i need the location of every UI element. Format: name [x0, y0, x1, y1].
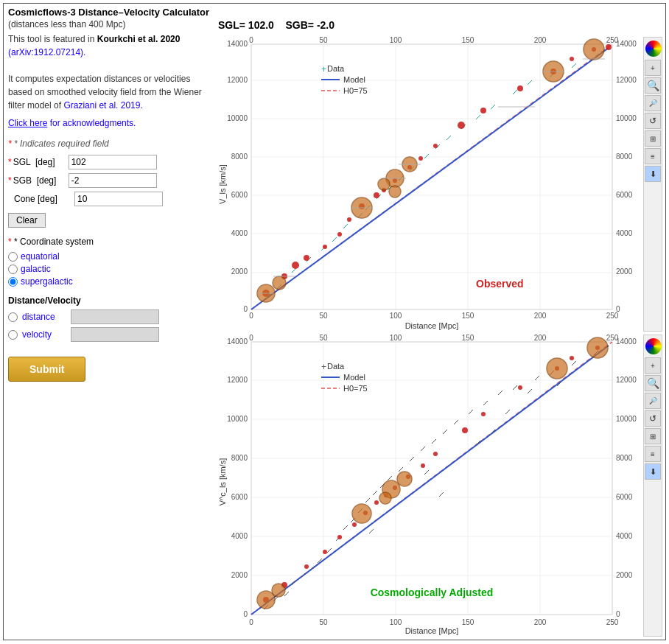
coord-radio-group: equatorial galactic supergalactic	[8, 251, 212, 287]
sgb-asterisk: *	[8, 175, 12, 186]
svg-text:0: 0	[616, 610, 620, 618]
svg-point-206	[304, 564, 309, 569]
distance-label[interactable]: distance	[22, 312, 66, 322]
svg-text:0: 0	[616, 305, 620, 313]
sgl-input[interactable]	[69, 155, 157, 169]
radio-supergalactic-label[interactable]: supergalactic	[8, 276, 212, 287]
svg-text:0: 0	[243, 610, 248, 618]
radio-equatorial-label[interactable]: equatorial	[8, 251, 212, 262]
svg-point-87	[458, 122, 465, 129]
svg-point-216	[433, 452, 438, 456]
clear-button[interactable]: Clear	[8, 213, 46, 228]
svg-point-86	[433, 144, 438, 148]
info2-button[interactable]: ≡	[645, 446, 661, 462]
table2-button[interactable]: ⊞	[645, 428, 661, 444]
svg-text:4000: 4000	[616, 532, 633, 540]
zoom-out-button[interactable]: 🔍	[645, 77, 661, 94]
distance-input[interactable]	[71, 309, 159, 324]
svg-text:6000: 6000	[231, 191, 248, 199]
radio-equatorial[interactable]	[8, 252, 18, 262]
velocity-input[interactable]	[71, 327, 159, 342]
pan2-button[interactable]: 🔎	[645, 393, 661, 409]
svg-text:14000: 14000	[227, 40, 248, 48]
dv-section: Distance/Velocity distance velocity	[8, 295, 212, 342]
radio-distance[interactable]	[8, 312, 18, 322]
zoom-out2-button[interactable]: 🔍	[645, 375, 661, 391]
svg-text:10000: 10000	[616, 415, 637, 423]
svg-text:150: 150	[462, 335, 474, 342]
svg-text:12000: 12000	[616, 376, 637, 384]
svg-text:200: 200	[534, 335, 547, 342]
svg-point-208	[337, 535, 342, 539]
arxiv-link[interactable]: (arXiv:1912.07214).	[8, 47, 85, 57]
svg-point-223	[257, 591, 275, 609]
velocity-label[interactable]: velocity	[22, 329, 66, 340]
svg-text:8000: 8000	[616, 454, 633, 462]
svg-text:100: 100	[390, 618, 402, 626]
color-wheel-icon[interactable]	[645, 41, 662, 57]
download2-button[interactable]: ⬇	[645, 463, 661, 480]
svg-text:10000: 10000	[227, 114, 248, 122]
svg-text:50: 50	[319, 37, 328, 44]
app-title: Cosmicflows-3 Distance–Velocity Calculat…	[8, 7, 661, 18]
svg-text:8000: 8000	[231, 454, 248, 462]
svg-text:6000: 6000	[616, 191, 633, 199]
info-button[interactable]: ≡	[645, 148, 661, 164]
table-button[interactable]: ⊞	[645, 130, 661, 147]
required-note: * * Indicates required field	[8, 139, 212, 149]
sgl-asterisk: *	[8, 157, 12, 167]
sgb-input[interactable]	[69, 173, 157, 188]
svg-text:14000: 14000	[616, 337, 637, 346]
svg-text:12000: 12000	[227, 76, 248, 84]
acknowledgments-text[interactable]: Click here for acknowledgments.	[8, 118, 212, 128]
download-button[interactable]: ⬇	[645, 166, 661, 182]
submit-button[interactable]: Submit	[8, 357, 85, 382]
svg-text:6000: 6000	[231, 493, 248, 501]
color-wheel2-icon[interactable]	[645, 338, 662, 354]
svg-text:Observed: Observed	[476, 278, 524, 290]
graziani-link[interactable]: Graziani et al. 2019.	[63, 100, 142, 111]
svg-text:4000: 4000	[616, 229, 633, 237]
left-panel: (distances less than 400 Mpc) This tool …	[8, 19, 218, 637]
svg-text:2000: 2000	[231, 571, 248, 579]
toolbar2: + 🔍 🔎 ↺ ⊞ ≡ ⬇	[643, 335, 662, 637]
svg-point-218	[481, 412, 486, 416]
svg-text:100: 100	[390, 335, 402, 342]
svg-point-225	[352, 504, 371, 523]
svg-text:0: 0	[249, 312, 253, 320]
radio-galactic-label[interactable]: galactic	[8, 264, 212, 274]
svg-text:+: +	[321, 64, 326, 74]
radio-supergalactic[interactable]	[8, 277, 18, 287]
click-here-link[interactable]: Click here	[8, 118, 47, 128]
svg-point-100	[378, 178, 390, 190]
app-subtitle: (distances less than 400 Mpc)	[8, 19, 212, 29]
svg-text:V_ls [km/s]: V_ls [km/s]	[218, 164, 227, 204]
svg-point-207	[323, 550, 327, 554]
cone-input[interactable]	[74, 192, 163, 206]
svg-text:6000: 6000	[616, 493, 633, 501]
svg-text:150: 150	[462, 37, 474, 44]
svg-text:0: 0	[243, 305, 248, 313]
svg-point-89	[517, 85, 523, 91]
svg-text:50: 50	[319, 335, 328, 342]
svg-text:14000: 14000	[227, 337, 248, 346]
svg-text:Model: Model	[343, 373, 365, 382]
chart2-row: 0 50 100 150 200 250 0 50 100 150 200 25…	[218, 335, 662, 637]
pan-button[interactable]: 🔎	[645, 95, 661, 111]
reset2-button[interactable]: ↺	[645, 410, 661, 427]
svg-text:8000: 8000	[231, 153, 248, 161]
radio-velocity[interactable]	[8, 330, 18, 340]
reset-button[interactable]: ↺	[645, 113, 661, 129]
chart2-container: 0 50 100 150 200 250 0 50 100 150 200 25…	[218, 335, 642, 637]
zoom-in-button[interactable]: +	[645, 60, 661, 76]
svg-text:10000: 10000	[227, 415, 248, 423]
radio-galactic[interactable]	[8, 265, 18, 274]
svg-text:2000: 2000	[616, 571, 633, 579]
svg-text:200: 200	[534, 37, 547, 44]
svg-point-224	[272, 584, 285, 597]
app-description: This tool is featured in Kourkchi et al.…	[8, 32, 212, 112]
zoom-in2-button[interactable]: +	[645, 357, 661, 374]
svg-point-217	[462, 427, 468, 433]
sgl-sgb-header: SGL= 102.0 SGB= -2.0	[218, 19, 662, 31]
sgb-header-label: SGB=	[285, 19, 314, 31]
